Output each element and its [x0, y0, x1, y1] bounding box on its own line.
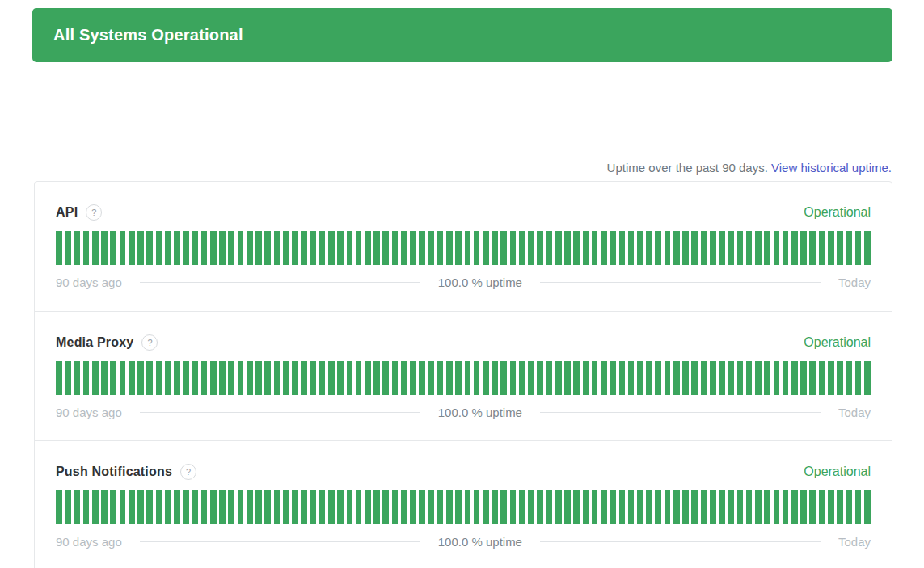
uptime-day-bar[interactable]: [610, 490, 616, 524]
uptime-day-bar[interactable]: [500, 490, 507, 524]
uptime-day-bar[interactable]: [146, 231, 153, 265]
uptime-day-bar[interactable]: [728, 231, 734, 265]
uptime-day-bar[interactable]: [228, 490, 234, 524]
uptime-day-bar[interactable]: [701, 490, 707, 524]
uptime-day-bar[interactable]: [682, 361, 689, 395]
uptime-day-bar[interactable]: [174, 231, 180, 265]
uptime-day-bar[interactable]: [156, 490, 162, 524]
uptime-day-bar[interactable]: [446, 361, 453, 395]
uptime-day-bar[interactable]: [137, 490, 144, 524]
uptime-day-bar[interactable]: [192, 490, 199, 524]
uptime-day-bar[interactable]: [120, 361, 126, 395]
uptime-day-bar[interactable]: [791, 361, 798, 395]
uptime-day-bar[interactable]: [165, 490, 171, 524]
uptime-day-bar[interactable]: [764, 231, 770, 265]
uptime-day-bar[interactable]: [774, 490, 780, 524]
uptime-day-bar[interactable]: [283, 231, 289, 265]
uptime-day-bar[interactable]: [437, 490, 444, 524]
uptime-day-bar[interactable]: [537, 361, 543, 395]
uptime-day-bar[interactable]: [292, 490, 298, 524]
uptime-day-bar[interactable]: [174, 361, 180, 395]
uptime-day-bar[interactable]: [301, 490, 307, 524]
uptime-day-bar[interactable]: [328, 490, 335, 524]
uptime-day-bar[interactable]: [665, 490, 671, 524]
uptime-day-bar[interactable]: [746, 490, 753, 524]
uptime-day-bar[interactable]: [573, 361, 580, 395]
uptime-day-bar[interactable]: [219, 490, 226, 524]
uptime-day-bar[interactable]: [446, 231, 453, 265]
uptime-day-bar[interactable]: [228, 231, 234, 265]
uptime-day-bar[interactable]: [101, 490, 108, 524]
uptime-day-bar[interactable]: [83, 361, 90, 395]
uptime-day-bar[interactable]: [764, 361, 770, 395]
uptime-day-bar[interactable]: [537, 231, 543, 265]
uptime-day-bar[interactable]: [382, 231, 389, 265]
uptime-day-bar[interactable]: [183, 231, 189, 265]
uptime-day-bar[interactable]: [619, 361, 626, 395]
uptime-day-bar[interactable]: [710, 361, 716, 395]
uptime-day-bar[interactable]: [437, 361, 444, 395]
uptime-day-bar[interactable]: [519, 231, 525, 265]
uptime-day-bar[interactable]: [855, 361, 862, 395]
uptime-day-bar[interactable]: [201, 490, 208, 524]
uptime-day-bar[interactable]: [719, 490, 725, 524]
uptime-day-bar[interactable]: [392, 361, 399, 395]
uptime-day-bar[interactable]: [410, 490, 416, 524]
uptime-day-bar[interactable]: [219, 361, 226, 395]
uptime-day-bar[interactable]: [310, 231, 317, 265]
uptime-day-bar[interactable]: [56, 490, 62, 524]
uptime-day-bar[interactable]: [465, 361, 471, 395]
uptime-day-bar[interactable]: [637, 490, 643, 524]
uptime-day-bar[interactable]: [210, 231, 217, 265]
uptime-day-bar[interactable]: [474, 361, 480, 395]
uptime-day-bar[interactable]: [855, 231, 862, 265]
uptime-day-bar[interactable]: [101, 361, 108, 395]
uptime-day-bar[interactable]: [283, 361, 289, 395]
uptime-day-bar[interactable]: [483, 490, 489, 524]
uptime-day-bar[interactable]: [828, 361, 834, 395]
uptime-day-bar[interactable]: [819, 361, 825, 395]
uptime-day-bar[interactable]: [356, 361, 362, 395]
uptime-day-bar[interactable]: [655, 361, 661, 395]
uptime-day-bar[interactable]: [846, 361, 852, 395]
uptime-day-bar[interactable]: [837, 361, 843, 395]
uptime-day-bar[interactable]: [474, 490, 480, 524]
uptime-day-bar[interactable]: [864, 490, 871, 524]
uptime-day-bar[interactable]: [646, 231, 652, 265]
uptime-day-bar[interactable]: [500, 231, 507, 265]
uptime-day-bar[interactable]: [719, 231, 725, 265]
uptime-day-bar[interactable]: [129, 361, 135, 395]
uptime-day-bar[interactable]: [238, 231, 244, 265]
uptime-day-bar[interactable]: [392, 231, 399, 265]
uptime-day-bar[interactable]: [146, 361, 153, 395]
uptime-day-bar[interactable]: [56, 361, 62, 395]
uptime-day-bar[interactable]: [564, 361, 571, 395]
uptime-day-bar[interactable]: [301, 231, 307, 265]
uptime-day-bar[interactable]: [301, 361, 307, 395]
uptime-day-bar[interactable]: [74, 490, 80, 524]
uptime-day-bar[interactable]: [192, 231, 199, 265]
uptime-day-bar[interactable]: [283, 490, 289, 524]
uptime-day-bar[interactable]: [519, 361, 525, 395]
uptime-day-bar[interactable]: [610, 231, 616, 265]
uptime-day-bar[interactable]: [673, 361, 680, 395]
uptime-day-bar[interactable]: [328, 231, 335, 265]
uptime-day-bar[interactable]: [800, 490, 807, 524]
uptime-day-bar[interactable]: [510, 490, 517, 524]
uptime-day-bar[interactable]: [646, 490, 652, 524]
uptime-day-bar[interactable]: [774, 231, 780, 265]
uptime-day-bar[interactable]: [446, 490, 453, 524]
uptime-day-bar[interactable]: [83, 231, 90, 265]
uptime-day-bar[interactable]: [828, 490, 834, 524]
uptime-day-bar[interactable]: [828, 231, 834, 265]
uptime-day-bar[interactable]: [219, 231, 226, 265]
uptime-day-bar[interactable]: [583, 361, 589, 395]
uptime-day-bar[interactable]: [110, 361, 116, 395]
uptime-day-bar[interactable]: [673, 231, 680, 265]
uptime-day-bar[interactable]: [264, 361, 271, 395]
uptime-day-bar[interactable]: [373, 490, 380, 524]
uptime-day-bar[interactable]: [264, 490, 271, 524]
uptime-day-bar[interactable]: [483, 231, 489, 265]
uptime-day-bar[interactable]: [746, 361, 753, 395]
uptime-day-bar[interactable]: [92, 490, 99, 524]
